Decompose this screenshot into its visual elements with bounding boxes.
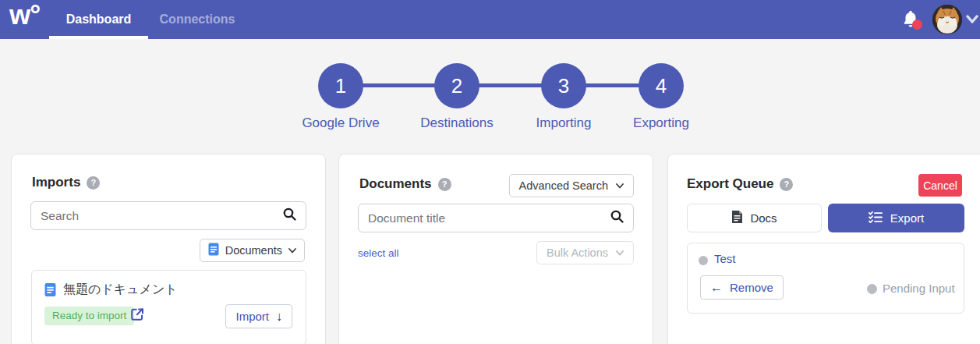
export-tab-label: Export bbox=[890, 211, 924, 225]
step-number: 1 bbox=[335, 74, 346, 98]
remove-button-label: Remove bbox=[730, 281, 773, 294]
tab-dashboard[interactable]: Dashboard bbox=[49, 0, 148, 39]
step-circle-3[interactable]: 3 bbox=[541, 63, 586, 108]
notification-badge-dot bbox=[912, 20, 922, 30]
search-icon[interactable] bbox=[610, 210, 624, 226]
import-item-title: 無題のドキュメント bbox=[63, 282, 178, 298]
step-circle-1[interactable]: 1 bbox=[318, 63, 363, 108]
advanced-search-dropdown[interactable]: Advanced Search bbox=[509, 174, 634, 197]
export-queue-item-card: Test ← Remove Pending Input bbox=[687, 243, 964, 314]
arrow-left-icon: ← bbox=[710, 281, 723, 295]
imports-type-filter-label: Documents bbox=[225, 244, 282, 257]
chevron-down-icon bbox=[288, 248, 296, 254]
search-icon[interactable] bbox=[283, 207, 296, 224]
tab-connections-label: Connections bbox=[160, 12, 235, 27]
select-all-link[interactable]: select all bbox=[358, 247, 399, 259]
stepper-connector-line bbox=[341, 83, 661, 87]
file-text-icon bbox=[731, 210, 743, 226]
help-icon[interactable]: ? bbox=[87, 176, 100, 190]
active-tab-underline bbox=[49, 36, 148, 39]
document-icon bbox=[44, 282, 56, 300]
chevron-down-icon bbox=[616, 183, 624, 189]
chevron-down-icon bbox=[616, 250, 624, 256]
export-item-name: Test bbox=[714, 252, 736, 265]
step-circle-4[interactable]: 4 bbox=[639, 63, 684, 108]
imports-panel-title: Imports bbox=[32, 175, 80, 190]
status-badge: Ready to import bbox=[44, 307, 134, 325]
account-menu-chevron-icon[interactable] bbox=[966, 13, 978, 27]
remove-button[interactable]: ← Remove bbox=[700, 275, 784, 300]
import-button-label: Import bbox=[235, 310, 269, 323]
tab-connections[interactable]: Connections bbox=[154, 0, 240, 39]
step-circle-2[interactable]: 2 bbox=[434, 63, 479, 108]
notifications-button[interactable] bbox=[900, 9, 924, 32]
avatar[interactable] bbox=[932, 5, 962, 34]
item-status-dot bbox=[699, 256, 708, 265]
step-number: 4 bbox=[656, 74, 667, 98]
help-icon[interactable]: ? bbox=[780, 178, 793, 191]
cancel-button[interactable]: Cancel bbox=[918, 174, 962, 197]
import-button[interactable]: Import ↓ bbox=[225, 304, 292, 328]
imports-search-box bbox=[30, 201, 306, 230]
document-title-search-box bbox=[358, 204, 634, 232]
bulk-actions-label: Bulk Actions bbox=[547, 246, 608, 259]
top-nav: w° Dashboard Connections bbox=[0, 0, 980, 39]
app-frame: w° Dashboard Connections bbox=[0, 0, 980, 344]
imports-search-input[interactable] bbox=[31, 209, 283, 223]
advanced-search-label: Advanced Search bbox=[519, 179, 608, 192]
step-label-google-drive: Google Drive bbox=[278, 115, 403, 131]
export-queue-panel: Export Queue ? Cancel Docs bbox=[667, 154, 980, 344]
step-label-destinations: Destinations bbox=[394, 115, 519, 131]
imports-type-filter-dropdown[interactable]: Documents bbox=[200, 239, 305, 262]
docs-tab-label: Docs bbox=[750, 211, 777, 225]
app-logo[interactable]: w° bbox=[9, 0, 40, 30]
tab-dashboard-label: Dashboard bbox=[66, 12, 132, 27]
bulk-actions-dropdown[interactable]: Bulk Actions bbox=[536, 241, 634, 264]
export-queue-panel-title: Export Queue bbox=[687, 176, 773, 192]
documents-panel-title: Documents bbox=[359, 176, 432, 192]
imports-panel: Imports ? Documents bbox=[11, 154, 326, 344]
documents-panel: Documents ? Advanced Search select all B… bbox=[338, 154, 653, 344]
help-icon[interactable]: ? bbox=[438, 178, 451, 191]
import-item-card: 無題のドキュメント Ready to import Import ↓ bbox=[31, 270, 306, 344]
document-icon bbox=[208, 243, 219, 258]
step-label-exporting: Exporting bbox=[599, 115, 724, 131]
step-number: 2 bbox=[451, 74, 462, 98]
export-tab-button[interactable]: Export bbox=[828, 204, 964, 232]
step-number: 3 bbox=[558, 74, 569, 98]
docs-tab-button[interactable]: Docs bbox=[687, 204, 822, 232]
pending-status-dot bbox=[867, 284, 877, 294]
external-link-icon[interactable] bbox=[130, 307, 144, 324]
document-title-input[interactable] bbox=[359, 211, 610, 225]
pending-status-label: Pending Input bbox=[883, 282, 955, 295]
list-check-icon bbox=[869, 211, 883, 225]
arrow-down-icon: ↓ bbox=[276, 310, 282, 324]
